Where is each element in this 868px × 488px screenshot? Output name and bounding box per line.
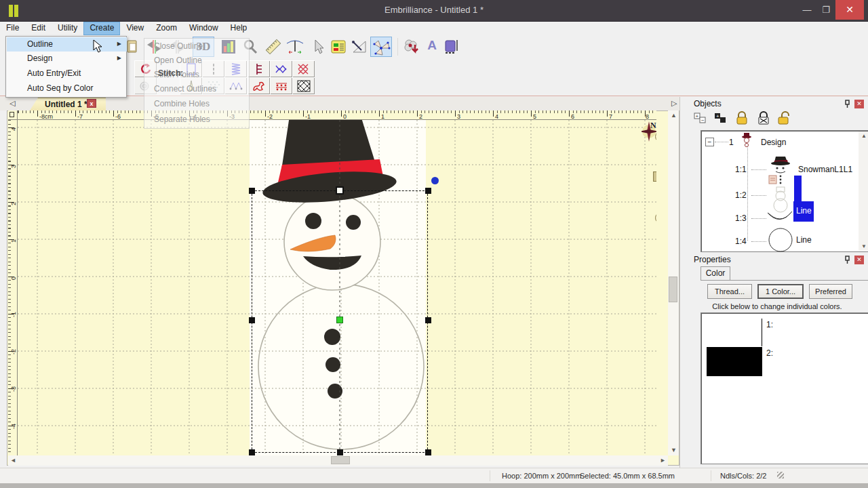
menu-item-design[interactable]: Design ▶: [7, 52, 127, 66]
meander-fill-icon[interactable]: [248, 77, 270, 94]
notes-icon[interactable]: [328, 37, 349, 57]
density-flower-icon[interactable]: [401, 37, 422, 57]
thread-button[interactable]: Thread...: [707, 284, 752, 299]
scroll-up-icon[interactable]: ▲: [671, 112, 677, 119]
pin-icon[interactable]: [843, 100, 852, 109]
ruler-label: -3: [10, 384, 17, 392]
ruler-label: -8cm: [39, 113, 53, 120]
color-list: 1: 2:: [701, 312, 868, 464]
cross-stitch-icon[interactable]: [292, 60, 315, 77]
tree-node-line[interactable]: Line: [796, 235, 812, 245]
scroll-down-icon[interactable]: ▼: [671, 447, 677, 453]
ruler-label: 2: [10, 197, 17, 205]
tree-node-line-selected[interactable]: Line: [796, 206, 812, 216]
tab-color[interactable]: Color: [701, 266, 730, 280]
scroll-left-icon[interactable]: ◄: [10, 457, 16, 464]
menu-utility[interactable]: Utility: [52, 22, 83, 35]
tree-node-snowman[interactable]: SnowmanL1L1: [798, 165, 852, 174]
selection-handle-se[interactable]: [425, 449, 431, 455]
ruler-label: 3: [457, 113, 460, 120]
zoom-slider-thumb[interactable]: [653, 171, 656, 182]
menu-item-auto-seq-by-color[interactable]: Auto Seq by Color: [7, 81, 127, 96]
submenu-combine-holes[interactable]: Combine Holes: [154, 99, 210, 108]
menu-item-auto-entry-exit[interactable]: Auto Entry/Exit: [7, 66, 127, 81]
blanket-stitch-icon[interactable]: [248, 60, 270, 77]
menu-zoom[interactable]: Zoom: [150, 22, 183, 35]
selection-handle-e[interactable]: [425, 317, 431, 323]
design-canvas[interactable]: N + −: [18, 120, 656, 455]
pattern-fill-icon[interactable]: [270, 77, 292, 94]
selection-handle-nw[interactable]: [249, 188, 255, 194]
resize-grip[interactable]: [777, 472, 784, 479]
bezier-tool-icon[interactable]: [350, 37, 370, 57]
preferred-button[interactable]: Preferred: [809, 284, 852, 299]
submenu-connect-outlines[interactable]: Connect Outlines: [154, 84, 216, 94]
toolbar-divider: [0, 96, 868, 96]
horizontal-scrollbar[interactable]: ◄ ►: [8, 455, 668, 466]
tab-scroll-right-icon[interactable]: ▷: [671, 99, 677, 108]
hscroll-thumb[interactable]: [331, 456, 350, 464]
objects-close-icon[interactable]: ✕: [854, 100, 864, 108]
tree-node-design[interactable]: Design: [761, 138, 786, 147]
color-swatch-2[interactable]: [707, 347, 762, 376]
menu-create[interactable]: Create: [83, 22, 120, 35]
lettering-tool-icon[interactable]: A: [422, 37, 442, 57]
menu-item-outline[interactable]: Outline ▶: [7, 37, 127, 52]
menu-view[interactable]: View: [120, 22, 150, 35]
vertical-scrollbar[interactable]: ▲ ▼: [668, 110, 679, 455]
collapse-all-icon[interactable]: +: [714, 112, 730, 128]
svg-text:+: +: [696, 113, 699, 119]
ruler-corner: [8, 110, 18, 120]
entry-point-marker[interactable]: [431, 177, 439, 184]
submenu-close-outline[interactable]: Close Outline: [154, 41, 203, 51]
close-button[interactable]: ✕: [835, 0, 864, 20]
ruler-label: 7: [609, 113, 612, 120]
tree-node-id: 1: [729, 138, 734, 147]
selection-handle-s[interactable]: [337, 449, 343, 455]
one-color-button[interactable]: 1 Color...: [757, 284, 804, 299]
selection-handle-w[interactable]: [249, 317, 255, 323]
measure-ruler-icon[interactable]: [263, 37, 283, 57]
lock-hidden-icon[interactable]: [756, 110, 772, 127]
menu-help[interactable]: Help: [224, 22, 254, 35]
selection-handle-ne[interactable]: [425, 188, 431, 194]
tree-scrollbar[interactable]: ▲ ▼: [859, 131, 868, 251]
expand-all-icon[interactable]: +−: [694, 112, 710, 128]
applique-tool-icon[interactable]: [442, 37, 462, 57]
vscroll-thumb[interactable]: [669, 277, 677, 302]
svg-text:N: N: [650, 121, 656, 130]
properties-close-icon[interactable]: ✕: [854, 256, 864, 264]
zigzag-stitch-icon[interactable]: [270, 60, 292, 77]
app-window: Embrilliance - Untitled 1 * — ❐ ✕ File E…: [0, 0, 868, 488]
maximize-button[interactable]: ❐: [816, 0, 835, 20]
ruler-label: 4: [10, 123, 17, 131]
center-point-marker[interactable]: [336, 317, 343, 323]
scroll-right-icon[interactable]: ►: [660, 457, 666, 464]
menu-edit[interactable]: Edit: [25, 22, 52, 35]
lattice-tool-icon[interactable]: [370, 37, 392, 57]
menu-item-label: Outline: [27, 39, 53, 49]
tab-scroll-left-icon[interactable]: ◁: [9, 99, 15, 108]
submenu-separate-holes[interactable]: Separate Holes: [154, 115, 210, 124]
ruler-label: -2: [267, 113, 273, 120]
tree-expand-toggle[interactable]: −: [705, 138, 714, 146]
crosshatch-fill-icon[interactable]: [292, 77, 315, 94]
lock-icon[interactable]: [734, 110, 751, 127]
menu-window[interactable]: Window: [183, 22, 224, 35]
minimize-button[interactable]: —: [797, 0, 816, 20]
selection-handle-sw[interactable]: [249, 449, 255, 455]
objects-panel-title: Objects: [694, 99, 722, 110]
stitch-toolbar: Stitch:: [0, 60, 868, 96]
stitch-points-icon[interactable]: [285, 37, 305, 57]
selection-handle-n[interactable]: [336, 186, 344, 195]
unlock-icon[interactable]: [776, 110, 793, 127]
menu-bar: File Edit Utility Create View Zoom Windo…: [0, 22, 868, 35]
submenu-open-outline[interactable]: Open Outline: [154, 56, 202, 65]
color-swatch-1[interactable]: [707, 319, 762, 346]
select-pointer-icon[interactable]: [308, 37, 328, 57]
pin-icon[interactable]: [843, 256, 852, 265]
main-toolbar: 3D A: [0, 35, 868, 60]
menu-file[interactable]: File: [0, 22, 25, 35]
tab-close-icon[interactable]: x: [87, 99, 96, 108]
properties-panel-title: Properties: [694, 255, 731, 266]
